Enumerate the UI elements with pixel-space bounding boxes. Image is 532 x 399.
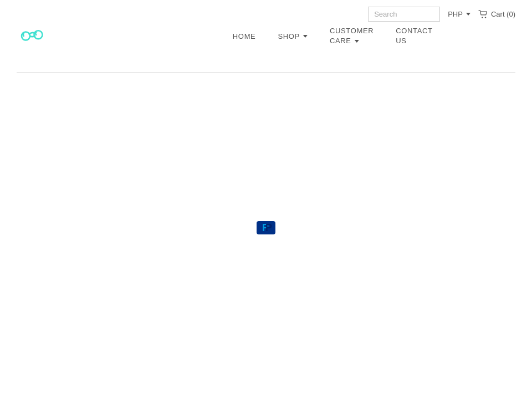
main-nav: HOME SHOP CUSTOMER CARE CONTACT US — [222, 22, 444, 50]
currency-label: PHP — [448, 10, 463, 18]
search-input[interactable] — [368, 7, 440, 22]
cart-label: Cart (0) — [491, 10, 515, 18]
svg-point-3 — [485, 17, 486, 18]
svg-point-2 — [482, 17, 483, 18]
cart-button[interactable]: Cart (0) — [478, 10, 515, 19]
nav-contact-us[interactable]: CONTACT US — [385, 22, 443, 50]
nav-home[interactable]: HOME — [222, 28, 267, 45]
main-content: P P — [0, 73, 532, 383]
nav-customer-care[interactable]: CUSTOMER CARE — [319, 22, 385, 50]
logo-icon — [17, 25, 50, 47]
currency-chevron-icon — [466, 13, 470, 16]
cart-icon — [478, 10, 488, 19]
logo[interactable] — [17, 25, 50, 47]
paypal-icon: P P — [255, 220, 277, 236]
customer-care-chevron-icon — [355, 40, 359, 43]
header-right: PHP Cart (0) — [368, 7, 515, 22]
svg-text:P: P — [265, 222, 272, 233]
header: HOME SHOP CUSTOMER CARE CONTACT US PHP — [0, 0, 532, 72]
nav-shop[interactable]: SHOP — [267, 28, 318, 45]
currency-selector[interactable]: PHP — [448, 10, 470, 18]
shop-chevron-icon — [303, 35, 308, 38]
